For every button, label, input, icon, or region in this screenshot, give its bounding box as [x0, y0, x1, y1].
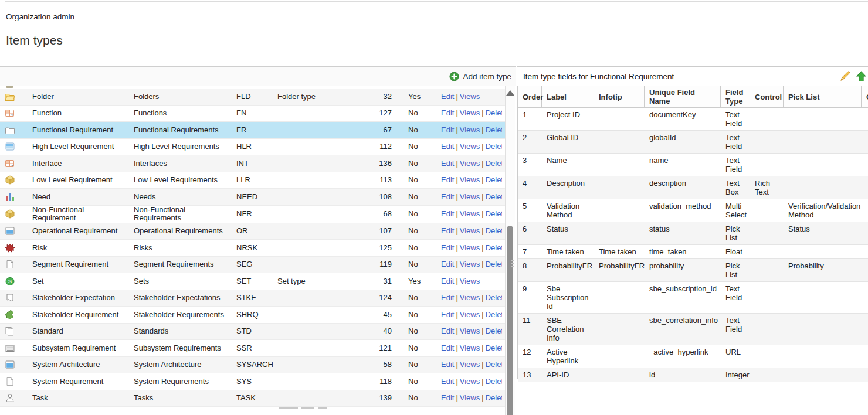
- item-type-row[interactable]: Stakeholder RequirementStakeholder Requi…: [0, 307, 505, 324]
- item-type-field-row[interactable]: 9Sbe Subscription Idsbe_subscription_idT…: [518, 282, 868, 314]
- delete-link[interactable]: Delete: [486, 394, 502, 402]
- views-link[interactable]: Views: [460, 277, 480, 285]
- delete-link[interactable]: Delete: [486, 126, 502, 134]
- item-type-row[interactable]: Non-Functional RequirementNon-Functional…: [0, 206, 505, 223]
- item-type-field-row[interactable]: 8ProbabilityFRProbabilityFRprobabilityPi…: [518, 259, 868, 282]
- delete-link[interactable]: Delete: [486, 311, 502, 319]
- views-link[interactable]: Views: [460, 193, 480, 201]
- delete-link[interactable]: Delete: [486, 227, 502, 235]
- delete-link[interactable]: Delete: [486, 244, 502, 252]
- views-link[interactable]: Views: [460, 311, 480, 319]
- edit-link[interactable]: Edit: [441, 159, 454, 168]
- add-item-type-button[interactable]: Add item type: [449, 72, 511, 81]
- views-link[interactable]: Views: [460, 159, 480, 168]
- delete-link[interactable]: Delete: [486, 109, 502, 117]
- item-type-field-row[interactable]: 13API-IDidInteger: [518, 368, 868, 382]
- item-type-row[interactable]: System ArchitectureSystem ArchitectureSY…: [0, 357, 505, 374]
- views-link[interactable]: Views: [460, 377, 480, 386]
- item-type-name: Standard: [27, 327, 128, 336]
- field-order: 11: [518, 314, 542, 345]
- item-type-field-row[interactable]: 1Project IDdocumentKeyText Field: [518, 108, 868, 131]
- item-type-row[interactable]: Subsystem RequirementSubsystem Requireme…: [0, 340, 505, 357]
- item-type-row[interactable]: Operational RequirementOperational Requi…: [0, 223, 505, 240]
- views-link[interactable]: Views: [460, 142, 480, 151]
- edit-fields-pencil-icon[interactable]: [839, 71, 850, 82]
- edit-link[interactable]: Edit: [441, 109, 454, 117]
- views-link[interactable]: Views: [460, 93, 480, 101]
- delete-link[interactable]: Delete: [486, 377, 502, 386]
- edit-link[interactable]: Edit: [441, 227, 454, 235]
- delete-link[interactable]: Delete: [486, 176, 502, 184]
- edit-link[interactable]: Edit: [441, 126, 454, 134]
- edit-link[interactable]: Edit: [441, 294, 454, 302]
- item-type-plural: Functions: [128, 109, 230, 118]
- breadcrumb[interactable]: Organization admin: [6, 12, 74, 21]
- delete-link[interactable]: Delete: [486, 142, 502, 151]
- item-type-field-row[interactable]: 4DescriptiondescriptionText BoxRich Text: [518, 176, 868, 199]
- item-type-row[interactable]: Stakeholder ExpectationStakeholder Expec…: [0, 290, 505, 307]
- scroll-up-arrow-icon[interactable]: [506, 90, 514, 96]
- item-type-field-row[interactable]: 2Global IDglobalIdText Field: [518, 131, 868, 154]
- item-type-field-row[interactable]: 11SBE Correlation Infosbe_correlation_in…: [518, 314, 868, 345]
- delete-link[interactable]: Delete: [486, 159, 502, 168]
- views-link[interactable]: Views: [460, 109, 480, 117]
- views-link[interactable]: Views: [460, 210, 480, 218]
- item-type-row[interactable]: System RequirementSystem RequirementsSYS…: [0, 373, 505, 390]
- item-type-row[interactable]: High Level RequirementHigh Level Require…: [0, 139, 505, 156]
- delete-link[interactable]: Delete: [486, 260, 502, 268]
- views-link[interactable]: Views: [460, 244, 480, 252]
- item-type-field-row[interactable]: 12Active Hyperlink_active_hyperlinkURL: [518, 345, 868, 368]
- views-link[interactable]: Views: [460, 344, 480, 352]
- delete-link[interactable]: Delete: [486, 327, 502, 335]
- item-type-field-row[interactable]: 6StatusstatusPick ListStatus: [518, 222, 868, 245]
- item-type-row[interactable]: Functional RequirementFunctional Require…: [0, 122, 505, 139]
- edit-link[interactable]: Edit: [441, 244, 454, 252]
- delete-link[interactable]: Delete: [486, 360, 502, 369]
- views-link[interactable]: Views: [460, 227, 480, 235]
- field-infotip: [594, 108, 645, 130]
- item-type-row[interactable]: FunctionFunctionsFN127NoEdit|Views|Delet…: [0, 106, 505, 123]
- edit-link[interactable]: Edit: [441, 210, 454, 218]
- item-type-row[interactable]: InterfaceInterfacesINT136NoEdit|Views|De…: [0, 155, 505, 172]
- item-type-row[interactable]: SSetSetsSETSet type31YesEdit|Views: [0, 273, 505, 290]
- delete-link[interactable]: Delete: [486, 294, 502, 302]
- views-link[interactable]: Views: [460, 394, 480, 402]
- item-type-row[interactable]: Low Level RequirementLow Level Requireme…: [0, 172, 505, 189]
- views-link[interactable]: Views: [460, 126, 480, 134]
- item-type-field-row[interactable]: 7Time takenTime takentime_takenFloat: [518, 245, 868, 259]
- views-link[interactable]: Views: [460, 176, 480, 184]
- delete-link[interactable]: Delete: [486, 193, 502, 201]
- views-link[interactable]: Views: [460, 260, 480, 268]
- delete-link[interactable]: Delete: [486, 344, 502, 352]
- edit-link[interactable]: Edit: [441, 360, 454, 369]
- edit-link[interactable]: Edit: [441, 277, 454, 285]
- item-type-row[interactable]: StandardStandardsSTD40NoEdit|Views|Delet…: [0, 324, 505, 341]
- item-type-row[interactable]: Segment RequirementSegment RequirementsS…: [0, 257, 505, 274]
- delete-link[interactable]: Delete: [486, 210, 502, 218]
- views-link[interactable]: Views: [460, 327, 480, 335]
- item-type-row[interactable]: FolderFoldersFLDFolder type32YesEdit|Vie…: [0, 89, 505, 106]
- edit-link[interactable]: Edit: [441, 327, 454, 335]
- views-link[interactable]: Views: [460, 294, 480, 302]
- edit-link[interactable]: Edit: [441, 142, 454, 151]
- item-type-field-row[interactable]: 3NamenameText Field: [518, 154, 868, 176]
- item-type-row[interactable]: RiskRisksNRSK125NoEdit|Views|Delete: [0, 240, 505, 257]
- scrollbar-thumb[interactable]: [507, 226, 513, 415]
- action-separator: |: [482, 311, 483, 319]
- move-field-up-arrow-icon[interactable]: [856, 71, 867, 82]
- field-pick-list: [784, 368, 862, 382]
- edit-link[interactable]: Edit: [441, 311, 454, 319]
- left-table-scrollbar[interactable]: [506, 86, 515, 415]
- edit-link[interactable]: Edit: [441, 176, 454, 184]
- views-link[interactable]: Views: [460, 360, 480, 369]
- edit-link[interactable]: Edit: [441, 377, 454, 386]
- edit-link[interactable]: Edit: [441, 394, 454, 402]
- panel-splitter-handle[interactable]: [511, 260, 514, 268]
- edit-link[interactable]: Edit: [441, 260, 454, 268]
- edit-link[interactable]: Edit: [441, 344, 454, 352]
- item-type-row[interactable]: NeedNeedsNEED108NoEdit|Views|Delete: [0, 189, 505, 206]
- edit-link[interactable]: Edit: [441, 193, 454, 201]
- item-type-field-row[interactable]: 5Validation Methodvalidation_methodMulti…: [518, 199, 868, 222]
- item-type-row[interactable]: TaskTasksTASK139NoEdit|Views|Delete: [0, 390, 505, 407]
- edit-link[interactable]: Edit: [441, 93, 454, 101]
